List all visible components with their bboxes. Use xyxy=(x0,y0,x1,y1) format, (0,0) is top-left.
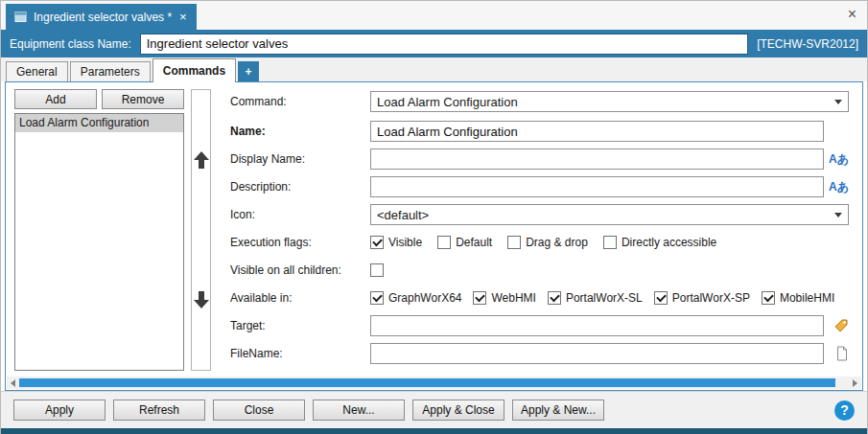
apply-new-button[interactable]: Apply & New... xyxy=(512,400,604,421)
checkbox-box[interactable] xyxy=(507,236,521,249)
checkbox-label: Default xyxy=(456,236,492,249)
visible-on-all-children-label: Visible on all children: xyxy=(230,263,370,277)
equipment-class-name-label: Equipment class Name: xyxy=(10,37,131,51)
remove-command-button[interactable]: Remove xyxy=(102,89,184,109)
checkbox-webhmi[interactable]: WebHMI xyxy=(473,291,535,305)
document-tab-title: Ingredient selector valves * xyxy=(34,11,172,24)
scroll-right-icon[interactable] xyxy=(849,377,861,389)
document-tab-bar: Ingredient selector valves * × × xyxy=(1,1,867,30)
horizontal-scrollbar[interactable] xyxy=(7,377,861,389)
down-arrow-stem xyxy=(199,291,204,300)
checkbox-visible[interactable]: Visible xyxy=(370,236,422,249)
checkbox-label: Directly accessible xyxy=(622,236,716,249)
checkbox-mobilehmi[interactable]: MobileHMI xyxy=(762,291,834,305)
commands-tab-content: Add Remove Load Alarm Configuration Comm… xyxy=(5,81,863,391)
checkbox-box[interactable] xyxy=(654,291,668,305)
new-button[interactable]: New... xyxy=(313,400,405,421)
localize-icon[interactable]: Aあ xyxy=(829,151,849,168)
checkbox-box[interactable] xyxy=(603,236,617,249)
document-tab[interactable]: Ingredient selector valves * × xyxy=(6,4,197,30)
description-label: Description: xyxy=(230,180,370,194)
tab-parameters[interactable]: Parameters xyxy=(70,61,151,81)
execution-flags-label: Execution flags: xyxy=(230,236,370,249)
checkbox-graphworx64[interactable]: GraphWorX64 xyxy=(370,291,461,305)
window-close-icon[interactable]: × xyxy=(848,7,856,22)
header-bar: Equipment class Name: [TECHW-SVR2012] xyxy=(1,30,867,57)
target-input[interactable] xyxy=(370,315,824,336)
checkbox-portalworx-sp[interactable]: PortalWorX-SP xyxy=(654,291,750,305)
up-arrow-icon xyxy=(194,151,209,160)
command-label: Command: xyxy=(230,95,370,108)
command-dropdown-value: Load Alarm Configuration xyxy=(377,95,829,109)
checkbox-default[interactable]: Default xyxy=(437,236,492,249)
checkbox-drag-drop[interactable]: Drag & drop xyxy=(507,236,588,249)
up-arrow-stem xyxy=(199,160,204,169)
refresh-button[interactable]: Refresh xyxy=(113,400,205,421)
description-input[interactable] xyxy=(370,176,824,197)
filename-label: FileName: xyxy=(230,347,370,360)
checkbox-box[interactable] xyxy=(437,236,451,249)
checkbox-box[interactable] xyxy=(548,291,561,305)
server-name-label: [TECHW-SVR2012] xyxy=(757,37,858,51)
tab-strip: General Parameters Commands + xyxy=(1,57,867,81)
name-label: Name: xyxy=(230,125,370,138)
equipment-class-name-input[interactable] xyxy=(140,34,748,55)
tag-browse-icon[interactable] xyxy=(833,318,849,333)
display-name-input[interactable] xyxy=(370,148,824,170)
localize-icon[interactable]: Aあ xyxy=(829,179,849,195)
commands-panel: Add Remove Load Alarm Configuration Comm… xyxy=(6,82,862,377)
name-input[interactable] xyxy=(370,121,824,142)
tab-add[interactable]: + xyxy=(238,61,259,81)
checkbox-visible-on-all-children[interactable] xyxy=(370,263,384,277)
help-icon[interactable]: ? xyxy=(834,400,855,421)
checkbox-label: Visible xyxy=(388,236,422,249)
list-item[interactable]: Load Alarm Configuration xyxy=(15,114,183,132)
tab-close-icon[interactable]: × xyxy=(178,11,188,23)
checkbox-label: PortalWorX-SL xyxy=(566,291,643,305)
bottom-accent-strip xyxy=(1,428,867,434)
checkbox-box[interactable] xyxy=(370,263,384,277)
icon-dropdown[interactable]: <default> xyxy=(370,204,849,225)
available-in-label: Available in: xyxy=(230,291,370,305)
add-command-button[interactable]: Add xyxy=(14,89,97,109)
display-name-label: Display Name: xyxy=(230,152,370,166)
checkbox-box[interactable] xyxy=(473,291,486,305)
equipment-class-icon xyxy=(14,11,27,23)
apply-close-button[interactable]: Apply & Close xyxy=(412,400,504,421)
move-down-button[interactable] xyxy=(194,291,209,308)
filename-input[interactable] xyxy=(370,343,824,364)
checkbox-portalworx-sl[interactable]: PortalWorX-SL xyxy=(548,291,643,305)
checkbox-box[interactable] xyxy=(762,291,775,305)
checkbox-box[interactable] xyxy=(370,236,384,249)
command-list-panel: Add Remove Load Alarm Configuration xyxy=(14,89,184,371)
close-button[interactable]: Close xyxy=(213,400,305,421)
command-dropdown[interactable]: Load Alarm Configuration xyxy=(370,91,849,112)
move-up-button[interactable] xyxy=(194,151,209,169)
checkbox-label: MobileHMI xyxy=(780,291,834,305)
tab-commands[interactable]: Commands xyxy=(152,58,236,82)
checkbox-directly-accessible[interactable]: Directly accessible xyxy=(603,236,716,249)
icon-label: Icon: xyxy=(230,208,370,221)
checkbox-label: Drag & drop xyxy=(526,236,588,249)
scroll-left-icon[interactable] xyxy=(7,377,19,389)
equipment-class-editor-window: Ingredient selector valves * × × Equipme… xyxy=(0,0,868,434)
tab-general[interactable]: General xyxy=(6,61,68,81)
checkbox-label: GraphWorX64 xyxy=(388,291,461,305)
target-label: Target: xyxy=(230,319,370,332)
down-arrow-icon xyxy=(194,300,209,308)
chevron-down-icon xyxy=(834,213,842,217)
icon-dropdown-value: <default> xyxy=(377,208,829,222)
footer-bar: Apply Refresh Close New... Apply & Close… xyxy=(1,391,867,428)
reorder-strip xyxy=(191,89,211,371)
file-browse-icon[interactable] xyxy=(834,346,849,361)
checkbox-label: WebHMI xyxy=(491,291,535,305)
chevron-down-icon xyxy=(834,100,842,104)
command-listbox[interactable]: Load Alarm Configuration xyxy=(14,113,184,371)
apply-button[interactable]: Apply xyxy=(13,400,106,421)
checkbox-label: PortalWorX-SP xyxy=(672,291,750,305)
command-form: Command: Load Alarm Configuration Name: xyxy=(211,89,855,371)
checkbox-box[interactable] xyxy=(370,291,384,305)
scrollbar-thumb[interactable] xyxy=(19,378,835,387)
